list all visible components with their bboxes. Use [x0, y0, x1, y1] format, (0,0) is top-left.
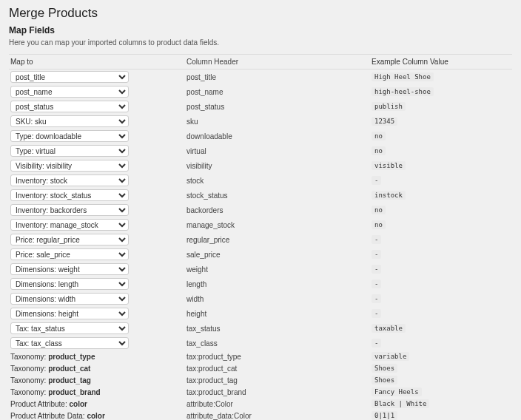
- example-value: Black | White: [372, 399, 429, 408]
- table-row: Product Attribute Data: colorattribute_d…: [9, 410, 512, 420]
- table-row: Inventory: stockstock-: [9, 173, 512, 188]
- example-value: publish: [372, 102, 406, 111]
- example-value: visible: [372, 161, 406, 170]
- field-mapping-table: Map to Column Header Example Column Valu…: [9, 54, 512, 420]
- map-to-select[interactable]: Tax: tax_status: [10, 322, 129, 334]
- map-to-select[interactable]: Dimensions: length: [10, 278, 129, 290]
- map-to-select[interactable]: Inventory: stock: [10, 175, 129, 186]
- example-value: instock: [372, 191, 406, 200]
- column-header-value: virtual: [186, 147, 372, 155]
- example-value: -: [372, 309, 381, 318]
- table-row: Taxonomy: product_cattax:product_catShoe…: [9, 362, 512, 374]
- table-row: SKU: skusku12345: [9, 114, 512, 129]
- example-value: Shoes: [372, 376, 397, 385]
- table-row: Price: sale_pricesale_price-: [9, 247, 512, 262]
- map-to-select[interactable]: post_status: [10, 101, 129, 112]
- table-row: Visibility: visibilityvisibilityvisible: [9, 158, 512, 173]
- example-value: Fancy Heels: [372, 387, 422, 396]
- example-value: -: [372, 176, 381, 185]
- column-header-value: post_title: [186, 73, 372, 81]
- example-value: Shoes: [372, 364, 397, 373]
- example-value: -: [372, 280, 381, 288]
- table-row: Dimensions: weightweight-: [9, 262, 512, 277]
- map-to-select[interactable]: Visibility: visibility: [10, 160, 129, 172]
- example-value: -: [372, 294, 381, 303]
- table-row: post_titlepost_titleHigh Heel Shoe: [9, 70, 512, 84]
- example-value: high-heel-shoe: [372, 87, 434, 96]
- example-value: variable: [372, 352, 409, 361]
- map-to-select[interactable]: Dimensions: height: [10, 308, 129, 319]
- map-to-select[interactable]: Tax: tax_class: [10, 337, 129, 349]
- table-row: Tax: tax_statustax_statustaxable: [9, 321, 512, 336]
- table-row: Taxonomy: product_brandtax:product_brand…: [9, 386, 512, 398]
- example-value: 12345: [372, 117, 397, 126]
- example-value: no: [372, 206, 386, 214]
- map-to-select[interactable]: post_name: [10, 86, 129, 98]
- column-header-value: tax:product_type: [186, 353, 372, 361]
- example-value: no: [372, 146, 386, 155]
- table-header-row: Map to Column Header Example Column Valu…: [9, 54, 512, 70]
- page-title: Merge Products: [9, 6, 512, 21]
- table-row: Tax: tax_classtax_class-: [9, 336, 512, 350]
- col-header-column-header: Column Header: [186, 58, 372, 66]
- column-header-value: downloadable: [186, 132, 372, 140]
- column-header-value: tax:product_tag: [186, 376, 372, 385]
- table-row: Type: virtualvirtualno: [9, 143, 512, 158]
- column-header-value: backorders: [186, 206, 372, 214]
- table-row: Price: regular_priceregular_price-: [9, 232, 512, 247]
- map-to-label: Product Attribute Data: color: [10, 412, 105, 420]
- column-header-value: sale_price: [186, 251, 372, 259]
- column-header-value: tax:product_cat: [186, 365, 372, 373]
- column-header-value: regular_price: [186, 236, 372, 244]
- table-row: Inventory: stock_statusstock_statusinsto…: [9, 188, 512, 203]
- column-header-value: stock: [186, 177, 372, 185]
- map-to-select[interactable]: Dimensions: weight: [10, 263, 129, 275]
- map-to-select[interactable]: Inventory: manage_stock: [10, 219, 129, 231]
- example-value: -: [372, 265, 381, 274]
- example-value: taxable: [372, 324, 406, 333]
- map-to-select[interactable]: Type: virtual: [10, 145, 129, 157]
- column-header-value: post_name: [186, 88, 372, 96]
- table-row: post_namepost_namehigh-heel-shoe: [9, 84, 512, 99]
- map-to-select[interactable]: Inventory: backorders: [10, 204, 129, 216]
- map-to-select[interactable]: Price: regular_price: [10, 234, 129, 245]
- table-row: Dimensions: heightheight-: [9, 306, 512, 321]
- column-header-value: visibility: [186, 162, 372, 170]
- map-to-label: Taxonomy: product_tag: [10, 376, 91, 385]
- column-header-value: width: [186, 295, 372, 303]
- column-header-value: tax_status: [186, 325, 372, 333]
- column-header-value: attribute:Color: [186, 400, 372, 408]
- section-description: Here you can map your imported columns t…: [9, 38, 512, 47]
- column-header-value: height: [186, 310, 372, 318]
- column-header-value: weight: [186, 265, 372, 274]
- map-to-select[interactable]: Dimensions: width: [10, 293, 129, 305]
- map-to-select[interactable]: Inventory: stock_status: [10, 189, 129, 201]
- column-header-value: sku: [186, 118, 372, 126]
- column-header-value: post_status: [186, 103, 372, 111]
- map-to-select[interactable]: Price: sale_price: [10, 248, 129, 260]
- column-header-value: tax_class: [186, 339, 372, 348]
- table-row: Inventory: manage_stockmanage_stockno: [9, 217, 512, 232]
- example-value: 0|1|1: [372, 411, 397, 420]
- example-value: no: [372, 132, 386, 140]
- map-to-label: Taxonomy: product_type: [10, 353, 95, 361]
- map-to-select[interactable]: SKU: sku: [10, 115, 129, 127]
- table-row: Dimensions: lengthlength-: [9, 277, 512, 291]
- table-row: Taxonomy: product_tagtax:product_tagShoe…: [9, 374, 512, 386]
- map-to-select[interactable]: Type: downloadable: [10, 130, 129, 142]
- table-row: Taxonomy: product_typetax:product_typeva…: [9, 350, 512, 362]
- example-value: -: [372, 235, 381, 244]
- map-to-select[interactable]: post_title: [10, 71, 129, 83]
- example-value: High Heel Shoe: [372, 72, 434, 81]
- table-row: Dimensions: widthwidth-: [9, 291, 512, 306]
- example-value: -: [372, 250, 381, 259]
- col-header-map-to: Map to: [9, 58, 186, 66]
- column-header-value: attribute_data:Color: [186, 412, 372, 420]
- column-header-value: stock_status: [186, 192, 372, 200]
- map-to-label: Taxonomy: product_cat: [10, 365, 90, 373]
- table-row: post_statuspost_statuspublish: [9, 99, 512, 114]
- col-header-example: Example Column Value: [372, 58, 512, 66]
- map-to-label: Product Attribute: color: [10, 400, 87, 408]
- section-title: Map Fields: [9, 25, 512, 35]
- column-header-value: length: [186, 280, 372, 288]
